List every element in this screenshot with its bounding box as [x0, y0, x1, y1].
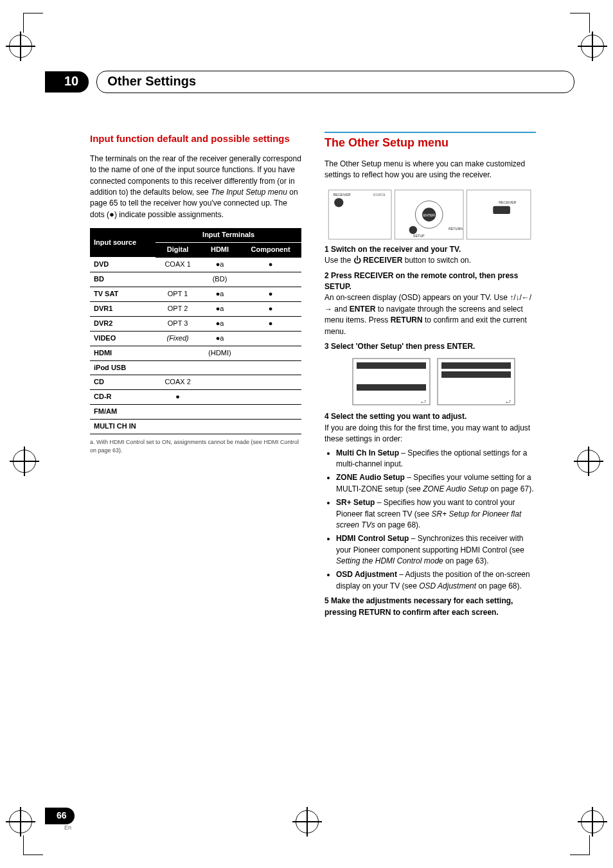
registration-mark-icon: [9, 810, 32, 833]
section-heading-input-function: Input function default and possible sett…: [90, 132, 301, 146]
cell-src: DVR2: [90, 316, 155, 331]
cell-hdmi: (HDMI): [200, 346, 240, 360]
svg-rect-16: [357, 362, 426, 369]
cell-src: DVD: [90, 257, 155, 272]
table-row: DVR1 OPT 2 ●a ●: [90, 301, 301, 316]
table-footnote: a. With HDMI Control set to ON, assignme…: [90, 438, 301, 455]
svg-point-7: [334, 198, 343, 207]
table-row: CD COAX 2: [90, 375, 301, 390]
cell-digital: COAX 2: [155, 375, 200, 390]
cell-digital: OPT 2: [155, 301, 200, 316]
registration-mark-icon: [296, 810, 319, 833]
option-ref: ZONE Audio Setup: [423, 484, 488, 493]
crop-mark: [570, 13, 590, 33]
cell-src: HDMI: [90, 346, 155, 360]
cell-digital: [155, 272, 200, 287]
cell-hdmi: ●a: [200, 257, 240, 272]
registration-mark-icon: [13, 450, 36, 473]
cell-src: FM/AM: [90, 405, 155, 420]
table-row: FM/AM: [90, 405, 301, 420]
svg-text:RECEIVER: RECEIVER: [499, 200, 516, 204]
svg-rect-17: [357, 384, 426, 391]
option-name: HDMI Control Setup: [336, 534, 409, 543]
option-ref: OSD Adjustment: [419, 581, 476, 590]
option-name: OSD Adjustment: [336, 570, 397, 579]
remote-svg-icon: ENTER RECEIVER SOURCE SETUP RETURN RECEI…: [324, 189, 536, 240]
cell-hdmi: [200, 405, 240, 420]
svg-rect-0: [328, 190, 391, 239]
step-5-label: 5 Make the adjustments necessary for eac…: [324, 596, 513, 616]
option-tail: on page 67).: [488, 484, 534, 493]
registration-mark-icon: [577, 450, 600, 473]
cell-component: [240, 272, 301, 287]
crop-mark: [23, 835, 43, 855]
document-page: 10 Other Settings Input function default…: [0, 0, 613, 868]
cell-component: ●: [240, 257, 301, 272]
section-heading-other-setup: The Other Setup menu: [324, 134, 536, 151]
intro-paragraph: The terminals on the rear of the receive…: [90, 154, 301, 220]
text-fragment: button to switch on.: [402, 256, 471, 265]
osd-svg-icon: ⮐ ⮐: [350, 356, 517, 407]
table-row: iPod USB: [90, 360, 301, 375]
table-header-hdmi: HDMI: [200, 243, 240, 258]
cell-src: iPod USB: [90, 360, 155, 375]
cell-digital: OPT 1: [155, 287, 200, 301]
option-ref: Setting the HDMI Control mode: [336, 556, 443, 565]
cell-src: CD-R: [90, 390, 155, 405]
cell-component: [240, 420, 301, 434]
cell-hdmi: [200, 375, 240, 390]
table-row: HDMI (HDMI): [90, 346, 301, 360]
return-label: RETURN: [391, 315, 423, 324]
enter-label: ENTER: [350, 305, 376, 314]
step-1: 1 Switch on the receiver and your TV. Us…: [324, 244, 536, 267]
cell-src: DVR1: [90, 301, 155, 316]
table-header-component: Component: [240, 243, 301, 258]
table-row: TV SAT OPT 1 ●a ●: [90, 287, 301, 301]
option-name: SR+ Setup: [336, 498, 375, 507]
option-name: ZONE Audio Setup: [336, 473, 405, 482]
cell-hdmi: ●a: [200, 331, 240, 346]
cell-digital: OPT 3: [155, 316, 200, 331]
cell-component: [240, 360, 301, 375]
cell-hdmi: ●a: [200, 287, 240, 301]
step-5: 5 Make the adjustments necessary for eac…: [324, 596, 536, 618]
cell-src: VIDEO: [90, 331, 155, 346]
right-column: The Other Setup menu The Other Setup men…: [324, 132, 536, 621]
osd-screenshot: ⮐ ⮐: [350, 356, 517, 407]
cell-component: ●: [240, 301, 301, 316]
table-row: DVR2 OPT 3 ●a ●: [90, 316, 301, 331]
cell-component: ●: [240, 287, 301, 301]
step-3: 3 Select 'Other Setup' then press ENTER.: [324, 341, 536, 352]
cell-component: [240, 405, 301, 420]
svg-text:RETURN: RETURN: [449, 227, 463, 231]
table-header-digital: Digital: [155, 243, 200, 258]
option-tail: on page 63).: [443, 556, 489, 565]
registration-mark-icon: [9, 35, 32, 58]
step-2: 2 Press RECEIVER on the remote control, …: [324, 270, 536, 337]
table-row: MULTI CH IN: [90, 420, 301, 434]
text-fragment: Use the: [324, 256, 353, 265]
svg-rect-2: [466, 190, 531, 239]
table-row: VIDEO (Fixed) ●a: [90, 331, 301, 346]
list-item: HDMI Control Setup – Synchronizes this r…: [336, 533, 536, 567]
cell-hdmi: ●a: [200, 301, 240, 316]
svg-text:SOURCE: SOURCE: [373, 193, 386, 197]
cell-component: [240, 331, 301, 346]
table-row: DVD COAX 1 ●a ●: [90, 257, 301, 272]
step-1-text: Use the ⏻ RECEIVER button to switch on.: [324, 256, 471, 265]
option-tail: on page 68).: [476, 581, 522, 590]
list-item: SR+ Setup – Specifies how you want to co…: [336, 497, 536, 531]
svg-rect-19: [441, 371, 511, 378]
cell-digital: [155, 360, 200, 375]
cell-src: TV SAT: [90, 287, 155, 301]
remote-control-diagram: ENTER RECEIVER SOURCE SETUP RETURN RECEI…: [324, 189, 536, 240]
svg-point-10: [409, 226, 417, 234]
svg-text:⮐: ⮐: [506, 399, 511, 405]
crop-mark: [23, 13, 43, 33]
receiver-label: RECEIVER: [361, 256, 403, 265]
text-fragment: and: [332, 305, 350, 314]
list-item: Multi Ch In Setup – Specifies the option…: [336, 448, 536, 470]
intro-text: ) indicate possible assignments.: [114, 210, 224, 219]
table-row: BD (BD): [90, 272, 301, 287]
table-header-terminals: Input Terminals: [155, 228, 301, 242]
